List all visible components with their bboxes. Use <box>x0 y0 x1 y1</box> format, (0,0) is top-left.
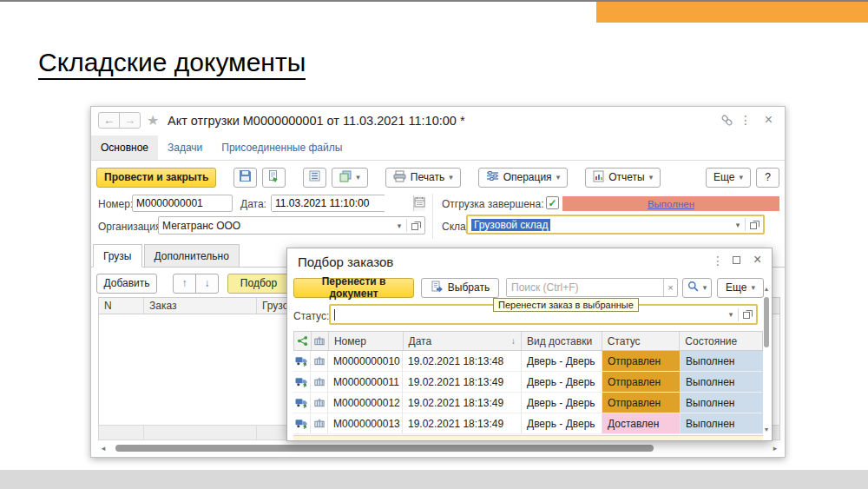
tab-additional[interactable]: Дополнительно <box>144 244 240 268</box>
partial-next-row <box>293 435 763 440</box>
tab-main[interactable]: Основное <box>91 135 158 160</box>
search-button[interactable]: ▾ <box>682 278 712 298</box>
order-picker-window: Подбор заказов ⋮ × Перенести в документ … <box>286 248 773 441</box>
move-up-button[interactable]: ↑ <box>173 274 196 294</box>
dropdown-icon: ▾ <box>751 283 755 292</box>
dropdown-icon[interactable]: ▾ <box>392 221 406 230</box>
order-row[interactable]: М0000000011 19.02.2021 18:13:49 Дверь - … <box>293 372 763 393</box>
organization-combo[interactable]: Мегатранс ООО ▾ <box>158 216 425 235</box>
forward-button[interactable]: → <box>119 112 141 129</box>
move-down-button[interactable]: ↓ <box>195 274 219 294</box>
container-icon <box>311 372 328 392</box>
footer-cell <box>144 426 257 439</box>
scroll-left-icon[interactable]: ◂ <box>98 444 108 453</box>
order-delivery: Дверь - Дверь <box>522 413 602 433</box>
save-icon <box>239 169 252 185</box>
tooltip: Перенести заказ в выбранные <box>493 298 639 312</box>
order-number: М0000000010 <box>328 351 403 371</box>
more-button[interactable]: Еще ▾ <box>706 168 751 188</box>
shipping-complete-checkbox[interactable]: ✓ <box>546 196 559 209</box>
vertical-scrollbar-thumb[interactable] <box>764 297 769 347</box>
accent-bar <box>596 2 868 23</box>
popup-close-icon[interactable]: × <box>753 252 761 268</box>
column-header-delivery[interactable]: Вид доставки <box>522 332 602 350</box>
copy-button[interactable]: ▾ <box>332 168 368 188</box>
shipping-complete-label: Отгрузка завершена: <box>442 198 543 210</box>
column-header-order[interactable]: Заказ <box>144 298 257 314</box>
search-field-group: × <box>506 278 678 297</box>
order-state-badge: Выполнен <box>681 393 763 413</box>
open-item-icon[interactable] <box>407 221 424 231</box>
footer-cell <box>99 426 144 439</box>
forward-icon: → <box>124 114 135 127</box>
dropdown-icon[interactable]: ▾ <box>724 310 738 319</box>
document-toolbar: Провести и закрыть ▾ Печать ▾ Операция ▾ <box>91 164 785 190</box>
get-link-icon[interactable] <box>720 114 734 129</box>
number-label: Номер: <box>98 198 133 210</box>
select-label: Выбрать <box>448 281 490 294</box>
truck-icon <box>293 372 311 392</box>
favorite-star-icon[interactable]: ★ <box>147 112 159 129</box>
column-header-date[interactable]: Дата ↓ <box>404 332 522 350</box>
sort-desc-icon: ↓ <box>511 336 516 346</box>
add-row-button[interactable]: Добавить <box>96 274 157 294</box>
column-header-status[interactable]: Статус <box>602 332 681 350</box>
status-banner: Выполнен <box>562 196 779 211</box>
order-number: М0000000012 <box>328 393 403 413</box>
order-row[interactable]: М0000000012 19.02.2021 18:13:49 Дверь - … <box>293 393 763 413</box>
search-input[interactable] <box>507 279 663 296</box>
status-link[interactable]: Выполнен <box>648 199 694 209</box>
number-field[interactable] <box>132 195 233 212</box>
window-more-icon[interactable]: ⋮ <box>740 113 752 127</box>
save-button[interactable] <box>233 168 257 188</box>
column-header-state[interactable]: Состояние <box>680 332 762 350</box>
scroll-down-icon[interactable]: ▾ <box>763 426 770 433</box>
popup-more-icon[interactable]: ⋮ <box>712 254 724 268</box>
help-button[interactable]: ? <box>756 168 779 188</box>
open-item-icon[interactable] <box>739 309 756 320</box>
popup-maximize-icon[interactable] <box>733 256 740 264</box>
post-and-close-button[interactable]: Провести и закрыть <box>96 168 216 188</box>
popup-toolbar: Перенести в документ Выбрать × ▾ Еще ▾ <box>287 275 772 300</box>
dropdown-icon[interactable]: ▾ <box>731 221 745 229</box>
order-status-badge: Отправлен <box>602 351 681 371</box>
scrollbar-thumb[interactable] <box>115 445 654 452</box>
tab-attached-files[interactable]: Присоединенные файлы <box>212 135 352 160</box>
reports-button[interactable]: Отчеты ▾ <box>585 168 661 188</box>
column-header-n[interactable]: N <box>99 298 144 314</box>
select-button[interactable]: Выбрать <box>421 278 499 298</box>
warehouse-combo[interactable]: Грузовой склад ▾ <box>466 215 765 235</box>
popup-more-button[interactable]: Еще ▾ <box>717 278 764 298</box>
arrow-up-icon: ↑ <box>182 277 187 289</box>
status-filter-label: Статус: <box>293 310 329 322</box>
order-state-badge: Выполнен <box>681 372 763 392</box>
tab-tasks[interactable]: Задачи <box>158 135 212 160</box>
calendar-button[interactable] <box>413 195 425 211</box>
open-item-icon[interactable] <box>746 220 763 230</box>
container-icon <box>311 351 328 371</box>
clear-search-icon[interactable]: × <box>663 279 677 296</box>
order-date: 19.02.2021 18:13:49 <box>403 393 522 413</box>
transfer-to-document-button[interactable]: Перенести в документ <box>293 278 414 298</box>
horizontal-scrollbar[interactable]: ◂ ▸ <box>98 444 780 453</box>
page-bottom-strip <box>0 470 868 489</box>
calendar-icon <box>414 196 425 210</box>
print-button[interactable]: Печать ▾ <box>385 168 461 188</box>
pick-orders-button[interactable]: Подбор <box>227 274 290 294</box>
document-journal-button[interactable] <box>303 168 326 188</box>
print-label: Печать <box>411 171 444 183</box>
operation-button[interactable]: Операция ▾ <box>478 168 568 188</box>
post-document-button[interactable] <box>262 168 286 188</box>
order-row[interactable]: М0000000013 19.02.2021 18:13:49 Дверь - … <box>293 413 763 434</box>
select-doc-icon <box>431 281 444 295</box>
back-button[interactable]: ← <box>98 112 120 129</box>
window-close-icon[interactable]: × <box>765 112 773 128</box>
order-row[interactable]: М0000000010 19.02.2021 18:13:48 Дверь - … <box>293 351 763 372</box>
scroll-right-icon[interactable]: ▸ <box>770 444 780 453</box>
warehouse-value-selected: Грузовой склад <box>471 219 550 231</box>
date-field[interactable] <box>272 195 413 211</box>
tab-cargo[interactable]: Грузы <box>93 244 142 268</box>
order-date: 19.02.2021 18:13:49 <box>403 413 522 433</box>
scroll-up-icon[interactable]: ▴ <box>763 285 770 293</box>
column-header-number[interactable]: Номер <box>329 332 404 350</box>
